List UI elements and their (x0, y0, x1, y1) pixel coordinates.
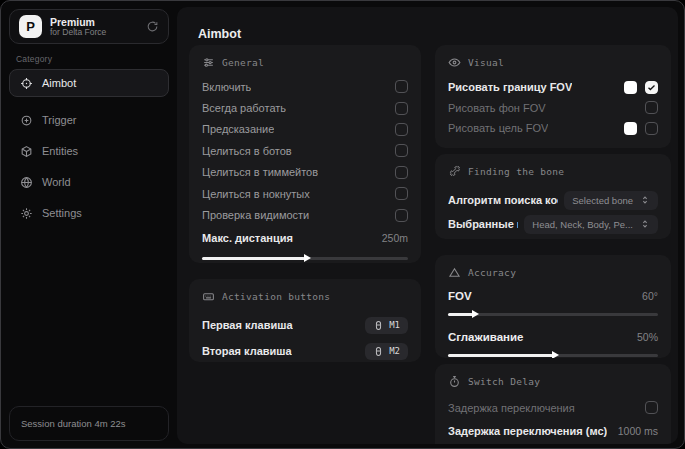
slider-thumb[interactable] (304, 254, 311, 262)
setting-row: Целиться в ботов (202, 140, 408, 161)
checkbox[interactable] (395, 166, 408, 179)
panel-finding-the-bone: Finding the bone Алгоритм поиска кост Se… (435, 154, 671, 239)
setting-value: 250m (382, 232, 408, 244)
keybind-value: M1 (389, 320, 400, 330)
panel-general: General Включить Всегда работать Предска… (189, 45, 421, 263)
setting-label: Макс. дистанция (202, 232, 293, 244)
sidebar-item-label: World (42, 176, 71, 188)
setting-label: Проверка видимости (202, 209, 309, 221)
brand-name: Premium (50, 16, 138, 28)
setting-label: Алгоритм поиска кост (448, 194, 558, 206)
setting-label: Всегда работать (202, 102, 286, 114)
panel-title: Visual (468, 57, 504, 68)
unfold-icon (640, 219, 650, 229)
setting-row: Рисовать границу FOV (448, 77, 658, 98)
page-title: Aimbot (198, 27, 241, 41)
setting-row: Задержка переключения (448, 396, 658, 419)
panel-title: Switch Delay (468, 376, 540, 387)
slider-thumb[interactable] (472, 310, 479, 318)
setting-row: Проверка видимости (202, 204, 408, 225)
setting-label: FOV (448, 290, 472, 302)
setting-label: Целиться в нокнутых (202, 188, 310, 200)
checkbox[interactable] (645, 122, 658, 135)
brand-logo: P (19, 15, 42, 38)
sliders-icon (202, 56, 215, 69)
color-swatch[interactable] (624, 122, 637, 135)
setting-row: Алгоритм поиска кост Selected bone (448, 188, 658, 212)
checkbox[interactable] (645, 101, 658, 114)
category-label: Category (16, 54, 52, 64)
setting-row: Целиться в тиммейтов (202, 162, 408, 183)
eye-icon (448, 56, 461, 69)
checkbox[interactable] (395, 80, 408, 93)
setting-row: Рисовать цель FOV (448, 118, 658, 139)
checkbox[interactable] (645, 81, 658, 94)
setting-row: Предсказание (202, 119, 408, 140)
sidebar-item-label: Aimbot (42, 77, 76, 89)
setting-label: Выбранные кос (448, 218, 518, 230)
setting-row: Включить (202, 76, 408, 97)
session-duration: Session duration 4m 22s (21, 418, 126, 429)
color-swatch[interactable] (624, 81, 637, 94)
angle-icon (448, 266, 461, 279)
app-window: P Premium for Delta Force Category Aimbo… (0, 0, 685, 449)
checkbox[interactable] (645, 401, 658, 414)
sidebar-item-label: Trigger (42, 114, 76, 126)
crosshair-icon (20, 77, 33, 90)
selected-bones-select[interactable]: Head, Neck, Body, Pe... (524, 215, 658, 234)
selected-value: Selected bone (572, 195, 633, 206)
setting-row: Сглаживание 50% (448, 328, 658, 346)
setting-value: 60° (642, 290, 658, 302)
checkbox[interactable] (395, 102, 408, 115)
sidebar-item-aimbot[interactable]: Aimbot (9, 69, 169, 97)
selected-value: Head, Neck, Body, Pe... (532, 219, 633, 230)
setting-row: Выбранные кос Head, Neck, Body, Pe... (448, 212, 658, 236)
max-distance-slider[interactable] (202, 255, 408, 262)
trigger-icon (20, 114, 33, 127)
setting-row: Целиться в нокнутых (202, 183, 408, 204)
keyboard-icon (202, 290, 215, 303)
smoothing-slider[interactable] (448, 352, 658, 358)
stopwatch-icon (448, 375, 461, 388)
setting-label: Рисовать фон FOV (448, 102, 546, 114)
sidebar-item-entities[interactable]: Entities (9, 137, 169, 165)
keybind-button[interactable]: M2 (365, 343, 408, 360)
unfold-icon (640, 195, 650, 205)
panel-accuracy: Accuracy FOV 60° Сглаживание 50% (435, 255, 671, 358)
panel-activation-buttons: Activation buttons Первая клавиша M1 Вто… (189, 279, 421, 362)
slider-thumb[interactable] (552, 351, 559, 358)
setting-label: Сглаживание (448, 331, 523, 343)
keybind-label: Первая клавиша (202, 319, 293, 331)
mouse-icon (373, 346, 384, 357)
brand-subtitle: for Delta Force (50, 28, 138, 38)
checkbox[interactable] (395, 144, 408, 157)
setting-label: Задержка переключения (448, 402, 575, 414)
category-nav: Aimbot Trigger Entities World (9, 69, 169, 230)
setting-label: Включить (202, 81, 251, 93)
setting-label: Рисовать цель FOV (448, 122, 548, 134)
bone-algorithm-select[interactable]: Selected bone (564, 191, 658, 210)
sidebar-item-label: Settings (42, 207, 82, 219)
checkbox[interactable] (395, 209, 408, 222)
panel-title: Activation buttons (222, 291, 330, 302)
fov-slider[interactable] (448, 311, 658, 318)
keybind-value: M2 (389, 346, 400, 356)
mouse-icon (373, 320, 384, 331)
sidebar: P Premium for Delta Force Category Aimbo… (1, 1, 177, 448)
sidebar-item-world[interactable]: World (9, 168, 169, 196)
keybind-button[interactable]: M1 (365, 317, 408, 334)
keybind-row: Первая клавиша M1 (202, 312, 408, 338)
refresh-icon[interactable] (146, 20, 159, 33)
setting-row: FOV 60° (448, 287, 658, 305)
setting-label: Целиться в тиммейтов (202, 166, 318, 178)
panel-title: Accuracy (468, 267, 516, 278)
sidebar-item-settings[interactable]: Settings (9, 199, 169, 227)
setting-label: Рисовать границу FOV (448, 81, 572, 93)
setting-row: Задержка переключения (мс) 1000 ms (448, 419, 658, 442)
main-content: Aimbot General Включить Всегда работать (177, 7, 678, 444)
checkbox[interactable] (395, 123, 408, 136)
checkbox[interactable] (395, 187, 408, 200)
sidebar-item-trigger[interactable]: Trigger (9, 106, 169, 134)
session-box: Session duration 4m 22s (9, 406, 169, 441)
setting-row: Макс. дистанция 250m (202, 227, 408, 249)
